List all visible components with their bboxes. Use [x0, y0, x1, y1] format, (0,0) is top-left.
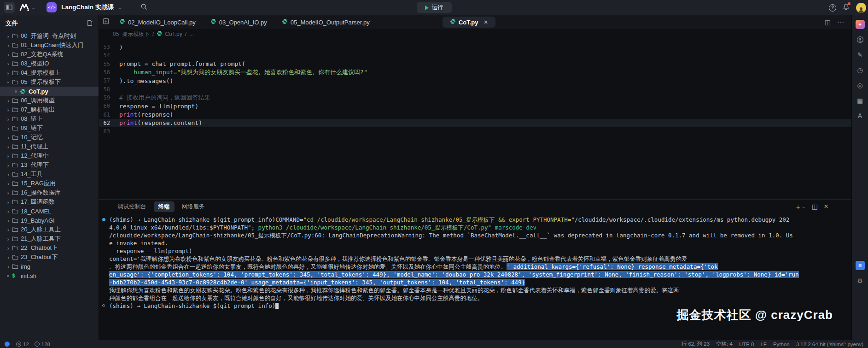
tree-item[interactable]: ›23_Chatbot下 — [0, 253, 99, 262]
edit-icon[interactable]: ✎ — [856, 50, 865, 59]
modified-dot — [15, 90, 17, 93]
folder-icon-slot — [12, 208, 21, 214]
ai-assistant-icon[interactable]: ✦ — [856, 20, 865, 29]
terminal-text: marscode-dev — [491, 224, 536, 231]
preview-icon[interactable]: ◎ — [856, 81, 865, 90]
chevron-collapsed-icon: › — [5, 51, 12, 58]
status-encoding[interactable]: UTF-8 — [739, 342, 754, 347]
settings-gear-icon[interactable]: ⚙ — [856, 276, 865, 285]
editor-tab[interactable]: 03_OpenAI_IO.py — [203, 17, 274, 28]
tree-item[interactable]: ›03_模型IO — [0, 59, 99, 68]
tree-item[interactable]: ›02_文档QA系统 — [0, 50, 99, 59]
history-icon[interactable]: ◷ — [856, 65, 865, 75]
tree-item[interactable]: ›21_人脉工具下 — [0, 234, 99, 243]
product-menu[interactable]: ⌄ — [19, 4, 35, 11]
breadcrumb-folder[interactable]: 05_提示模板下 — [113, 30, 150, 38]
new-tab-button[interactable] — [103, 18, 109, 26]
tree-item[interactable]: ›17_回调函数 — [0, 197, 99, 206]
help-icon[interactable]: ? — [829, 4, 836, 12]
tree-item[interactable]: $init.sh — [0, 271, 99, 280]
run-button[interactable]: 运行 — [417, 2, 452, 13]
tab-label: 05_ModelIO_OutputParser.py — [291, 19, 370, 26]
tree-item[interactable]: ›22_Chatbot上 — [0, 243, 99, 253]
chevron-collapsed-icon: › — [5, 153, 12, 159]
tree-item[interactable]: ›09_链下 — [0, 124, 99, 133]
tree-item[interactable]: ›14_工具 — [0, 170, 99, 179]
chevron-collapsed-icon: › — [5, 125, 12, 132]
status-eol[interactable]: LF — [760, 342, 766, 347]
close-panel-icon[interactable]: ✕ — [824, 203, 828, 210]
line-number: 55 — [99, 61, 119, 67]
editor-tab[interactable]: CoT.py✕ — [443, 17, 495, 28]
terminal-text: /cloudide/workspace/LangChain-shizhanke/… — [109, 232, 793, 239]
person-icon — [857, 6, 865, 13]
extensions-grid-icon[interactable]: ▦ — [856, 96, 865, 105]
file-explorer-sidebar: 文件 ›00_开篇词_奇点时刻›01_LangChain快速入门›02_文档QA… — [0, 15, 99, 340]
tree-item[interactable]: ›20_人脉工具上 — [0, 225, 99, 234]
panel-tab[interactable]: 网络服务 — [177, 201, 210, 212]
panel-tab[interactable]: 调试控制台 — [113, 201, 151, 212]
tree-item[interactable]: ›10_记忆 — [0, 133, 99, 142]
tree-item[interactable]: ›08_链上 — [0, 114, 99, 124]
tree-item[interactable]: ›01_LangChain快速入门 — [0, 41, 99, 50]
tree-item[interactable]: ›04_提示模板上 — [0, 68, 99, 77]
close-tab-icon[interactable]: ✕ — [484, 19, 488, 25]
user-avatar[interactable] — [856, 3, 866, 13]
notifications-button[interactable] — [843, 3, 850, 12]
toggle-sidebar-button[interactable] — [4, 2, 15, 13]
split-editor-icon[interactable]: ◫ — [825, 18, 831, 26]
tree-item-label: 05_提示模板下 — [21, 78, 61, 86]
folder-icon — [12, 135, 18, 140]
tree-item[interactable]: ›19_BabyAGI — [0, 216, 99, 225]
status-cursor-position[interactable]: 行 62, 列 23 — [682, 341, 710, 348]
tree-item[interactable]: ›05_提示模板下 — [0, 77, 99, 87]
terminal-text: (shims) → LangChain-shizhanke $(git_prom… — [109, 216, 303, 223]
status-language[interactable]: Python — [773, 342, 790, 347]
code-text: print(response.content) — [119, 119, 202, 126]
tree-item[interactable]: ›07_解析输出 — [0, 105, 99, 114]
remote-indicator-icon[interactable] — [5, 342, 10, 347]
code-token: # 接收用户的询问，返回回答结果 — [119, 94, 210, 101]
tab-label: 03_OpenAI_IO.py — [219, 19, 267, 26]
tree-item[interactable]: ›00_开篇词_奇点时刻 — [0, 31, 99, 41]
chevron-expanded-icon: › — [5, 78, 12, 86]
breadcrumb-more[interactable]: ... — [189, 31, 194, 37]
search-button[interactable] — [140, 3, 147, 12]
problems-indicator[interactable]: ✕ 12 ! 128 — [16, 342, 50, 347]
tree-item-label: 21_人脉工具下 — [21, 235, 61, 243]
tree-item[interactable]: ›18_CAMEL — [0, 206, 99, 216]
breadcrumb-file[interactable]: CoT.py — [165, 31, 182, 37]
tree-item[interactable]: ›06_调用模型 — [0, 96, 99, 105]
editor-tab[interactable]: 02_ModelIO_LoopCall.py — [112, 17, 203, 28]
copilot-profile-icon[interactable] — [856, 35, 865, 44]
tree-item[interactable]: ›16_操作数据库 — [0, 188, 99, 197]
typography-icon[interactable]: A — [856, 111, 865, 120]
python-file-icon-slot — [282, 18, 288, 26]
tree-item[interactable]: ›img — [0, 262, 99, 271]
editor-tab[interactable]: 05_ModelIO_OutputParser.py — [274, 17, 377, 28]
explorer-title: 文件 — [6, 19, 18, 28]
folder-icon — [12, 125, 18, 131]
chevron-collapsed-icon: › — [5, 33, 12, 40]
code-token: response = llm(prompt) — [119, 103, 198, 110]
tree-item[interactable]: ›12_代理中 — [0, 151, 99, 160]
tree-item[interactable]: ›11_代理上 — [0, 142, 99, 151]
breadcrumb[interactable]: 05_提示模板下 / CoT.py / ... — [99, 29, 851, 39]
code-editor[interactable]: 53)5455prompt = chat_prompt.format_promp… — [99, 39, 851, 199]
split-panel-icon[interactable]: ◫ — [812, 203, 818, 210]
docs-icon[interactable]: ≡ — [856, 261, 865, 270]
tree-item[interactable]: ›15_RAG应用 — [0, 179, 99, 188]
status-interpreter[interactable]: 3.12.2 64-bit ('shims': pyenv) — [796, 342, 863, 347]
new-terminal-button[interactable]: + ⌄ — [796, 203, 806, 211]
more-actions-icon[interactable]: ⋯ — [837, 18, 844, 26]
terminal-output[interactable]: (shims) → LangChain-shizhanke $(git_prom… — [99, 213, 851, 340]
warning-count: 128 — [41, 342, 50, 347]
panel-tab[interactable]: 终端 — [154, 201, 175, 212]
new-file-button[interactable] — [87, 20, 93, 28]
tree-item[interactable]: ›13_代理下 — [0, 160, 99, 170]
terminal-line: response = llm(prompt) — [99, 247, 851, 255]
status-indent[interactable]: 空格: 4 — [716, 341, 733, 348]
code-line: 60response = llm(prompt) — [99, 102, 851, 110]
tree-item[interactable]: CoT.py — [0, 87, 99, 96]
workspace-switcher[interactable]: </> LangChain 实战课 ⌄ — [47, 2, 122, 12]
